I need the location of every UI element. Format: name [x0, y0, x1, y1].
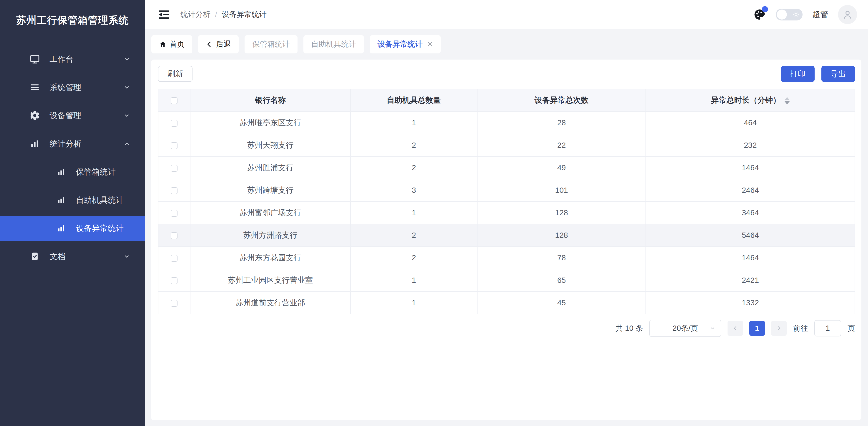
bar-chart-icon — [56, 194, 67, 206]
table-row[interactable]: 苏州唯亭东区支行 1 28 464 — [158, 112, 855, 134]
goto-page-input[interactable] — [814, 320, 841, 336]
notification-dot — [762, 6, 768, 12]
cell-bank: 苏州唯亭东区支行 — [190, 112, 350, 134]
sidebar-item-workbench[interactable]: 工作台 — [0, 47, 145, 71]
table-row[interactable]: 苏州工业园区支行营业室 1 65 2421 — [158, 269, 855, 292]
tab-label: 保管箱统计 — [252, 39, 290, 49]
header-actions: 超管 — [753, 5, 857, 24]
bar-chart-icon — [56, 222, 67, 234]
print-button[interactable]: 打印 — [781, 66, 814, 82]
row-checkbox[interactable] — [171, 120, 178, 127]
chevron-down-icon — [123, 112, 130, 119]
list-icon — [29, 82, 40, 93]
cell-bank: 苏州胜浦支行 — [190, 156, 350, 179]
toolbar: 刷新 打印 导出 — [158, 66, 855, 82]
table-row[interactable]: 苏州胜浦支行 2 49 1464 — [158, 156, 855, 179]
cell-machines: 1 — [350, 269, 477, 292]
row-checkbox[interactable] — [171, 142, 178, 149]
sidebar-item-docs[interactable]: 文档 — [0, 244, 145, 269]
cell-exceptions: 45 — [477, 292, 646, 314]
cell-bank: 苏州工业园区支行营业室 — [190, 269, 350, 292]
cell-exceptions: 22 — [477, 134, 646, 156]
tab-label: 自助机具统计 — [311, 39, 356, 49]
breadcrumb-separator: / — [215, 10, 217, 19]
cell-machines: 3 — [350, 179, 477, 202]
caret-up-icon — [784, 97, 789, 100]
chevron-up-icon — [123, 140, 130, 147]
data-table: 银行名称 自助机具总数量 设备异常总次数 异常总时长（分钟） 苏州唯亭东区支行 … — [158, 89, 855, 314]
table-row[interactable]: 苏州跨塘支行 3 101 2464 — [158, 179, 855, 202]
sidebar-item-machine-stats[interactable]: 自助机具统计 — [0, 187, 145, 213]
sidebar-fold-icon[interactable] — [158, 8, 170, 21]
cell-machines: 2 — [350, 224, 477, 246]
sidebar-item-stats-analysis[interactable]: 统计分析 — [0, 131, 145, 156]
sidebar-item-label: 系统管理 — [50, 82, 81, 93]
tab-back[interactable]: 后退 — [198, 35, 239, 54]
export-button[interactable]: 导出 — [822, 66, 855, 82]
tab-home[interactable]: 首页 — [151, 35, 192, 54]
sidebar-item-device-mgmt[interactable]: 设备管理 — [0, 103, 145, 128]
table-header-row: 银行名称 自助机具总数量 设备异常总次数 异常总时长（分钟） — [158, 89, 855, 112]
page-unit: 页 — [847, 323, 855, 333]
cell-duration: 2421 — [646, 269, 855, 292]
caret-down-icon — [784, 101, 789, 104]
close-icon[interactable]: ✕ — [427, 40, 433, 49]
monitor-icon — [29, 54, 40, 65]
total-count: 共 10 条 — [616, 323, 643, 333]
bar-chart-icon — [29, 138, 40, 149]
next-page-button[interactable] — [771, 321, 787, 336]
column-header-duration[interactable]: 异常总时长（分钟） — [646, 89, 855, 112]
cell-bank: 苏州跨塘支行 — [190, 179, 350, 202]
page-number-current[interactable]: 1 — [749, 321, 765, 336]
avatar[interactable] — [838, 5, 857, 24]
row-checkbox[interactable] — [171, 187, 178, 194]
tab-device-exception-stats[interactable]: 设备异常统计 ✕ — [370, 35, 441, 54]
theme-palette-icon[interactable] — [753, 8, 766, 21]
row-checkbox[interactable] — [171, 277, 178, 284]
tab-machine-stats[interactable]: 自助机具统计 — [303, 35, 364, 54]
cell-exceptions: 28 — [477, 112, 646, 134]
dark-mode-toggle[interactable] — [776, 9, 803, 21]
cell-machines: 2 — [350, 156, 477, 179]
table-row-highlighted[interactable]: 苏州方洲路支行 2 128 5464 — [158, 224, 855, 246]
table-row[interactable]: 苏州富邻广场支行 1 128 3464 — [158, 202, 855, 224]
tab-safebox-stats[interactable]: 保管箱统计 — [245, 35, 298, 54]
pagination: 共 10 条 20条/页 1 前往 页 — [158, 320, 855, 337]
sidebar-item-label: 自助机具统计 — [76, 195, 124, 206]
row-checkbox[interactable] — [171, 165, 178, 172]
sidebar-item-label: 统计分析 — [50, 139, 81, 149]
refresh-button[interactable]: 刷新 — [158, 66, 192, 82]
sort-icon[interactable] — [784, 97, 789, 104]
sidebar-item-system-mgmt[interactable]: 系统管理 — [0, 75, 145, 100]
sidebar-item-device-exception-stats[interactable]: 设备异常统计 — [0, 216, 145, 241]
app-root: 苏州工行保管箱管理系统 工作台 系统管理 — [0, 0, 868, 426]
column-header-bank: 银行名称 — [190, 89, 350, 112]
sidebar-item-label: 设备管理 — [50, 110, 81, 121]
cell-exceptions: 101 — [477, 179, 646, 202]
row-checkbox[interactable] — [171, 232, 178, 239]
row-checkbox[interactable] — [171, 210, 178, 217]
table-row[interactable]: 苏州道前支行营业部 1 45 1332 — [158, 292, 855, 314]
row-checkbox[interactable] — [171, 300, 178, 307]
page-size-select[interactable]: 20条/页 — [649, 320, 721, 337]
cell-bank: 苏州天翔支行 — [190, 134, 350, 156]
row-checkbox[interactable] — [171, 255, 178, 262]
table-row[interactable]: 苏州东方花园支行 2 78 1464 — [158, 246, 855, 269]
cell-duration: 3464 — [646, 202, 855, 224]
table-row[interactable]: 苏州天翔支行 2 22 232 — [158, 134, 855, 156]
prev-page-button[interactable] — [727, 321, 743, 336]
select-all-checkbox[interactable] — [171, 97, 178, 104]
cell-bank: 苏州方洲路支行 — [190, 224, 350, 246]
cell-machines: 2 — [350, 134, 477, 156]
tab-label: 首页 — [169, 39, 185, 49]
tab-bar: 首页 后退 保管箱统计 自助机具统计 设备异常统计 ✕ — [145, 29, 868, 60]
cell-machines: 1 — [350, 292, 477, 314]
chevron-down-icon — [123, 253, 130, 260]
select-all-cell — [158, 89, 190, 112]
cell-bank: 苏州道前支行营业部 — [190, 292, 350, 314]
cell-exceptions: 128 — [477, 202, 646, 224]
sidebar-nav: 工作台 系统管理 设备管理 — [0, 47, 145, 269]
breadcrumb-item[interactable]: 统计分析 — [181, 9, 211, 20]
sidebar-item-safebox-stats[interactable]: 保管箱统计 — [0, 159, 145, 184]
chevron-down-icon — [123, 84, 130, 91]
